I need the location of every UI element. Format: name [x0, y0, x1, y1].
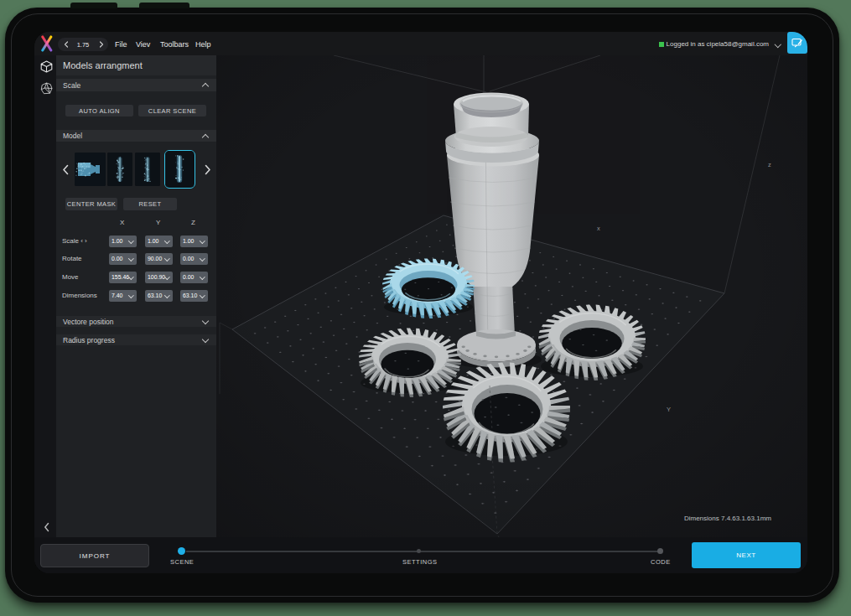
- svg-text:z: z: [768, 161, 771, 168]
- svg-text:x: x: [597, 225, 600, 232]
- svg-text:Y: Y: [667, 406, 671, 413]
